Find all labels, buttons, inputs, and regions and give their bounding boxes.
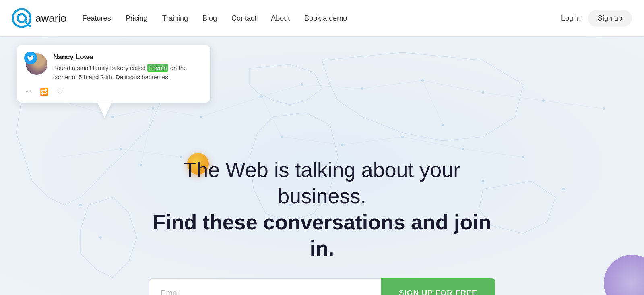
brand-name: awario: [35, 12, 66, 25]
tweet-card: Nancy Lowe Found a small family bakery c…: [17, 45, 210, 103]
svg-point-30: [421, 79, 424, 82]
nav-about[interactable]: About: [271, 14, 290, 23]
svg-point-32: [542, 99, 545, 102]
nav-links: Features Pricing Training Blog Contact A…: [83, 14, 561, 23]
tweet-highlight: Levain: [147, 64, 168, 72]
svg-point-33: [603, 107, 605, 110]
cta-button[interactable]: SIGN UP FOR FREE: [381, 278, 495, 295]
tweet-text-before: Found a small family bakery called: [53, 64, 147, 71]
hero-content: The Web is talking about your business. …: [0, 157, 644, 295]
logo-icon: [12, 8, 31, 28]
nav-training[interactable]: Training: [162, 14, 188, 23]
like-icon[interactable]: ♡: [57, 87, 63, 96]
logo[interactable]: awario: [12, 8, 66, 28]
svg-point-26: [200, 116, 202, 118]
hero-headline-line2: Find these conversations and join in.: [141, 209, 503, 262]
svg-point-34: [120, 148, 122, 150]
svg-point-42: [442, 124, 444, 126]
login-button[interactable]: Log in: [561, 14, 581, 23]
svg-point-29: [361, 87, 363, 90]
svg-point-38: [401, 136, 404, 138]
svg-point-31: [482, 91, 484, 94]
email-input[interactable]: [149, 278, 381, 295]
nav-features[interactable]: Features: [83, 14, 111, 23]
nav-book-demo[interactable]: Book a demo: [304, 14, 347, 23]
navbar: awario Features Pricing Training Blog Co…: [0, 0, 644, 36]
svg-point-39: [462, 148, 464, 150]
hero-section: Nancy Lowe Found a small family bakery c…: [0, 36, 644, 295]
svg-point-37: [341, 144, 343, 146]
svg-point-25: [152, 107, 154, 110]
tweet-user-info: Nancy Lowe Found a small family bakery c…: [53, 53, 201, 82]
tweet-content: Found a small family bakery called Levai…: [53, 64, 201, 82]
nav-blog[interactable]: Blog: [202, 14, 217, 23]
nav-contact[interactable]: Contact: [231, 14, 256, 23]
signup-button[interactable]: Sign up: [588, 10, 632, 27]
svg-point-36: [281, 136, 283, 138]
tweet-username: Nancy Lowe: [53, 53, 201, 61]
twitter-icon: [24, 52, 37, 64]
hero-headline: The Web is talking about your business. …: [141, 157, 503, 262]
signup-form: SIGN UP FOR FREE: [149, 278, 495, 295]
tweet-header: Nancy Lowe Found a small family bakery c…: [26, 53, 201, 82]
retweet-icon[interactable]: 🔁: [40, 87, 49, 96]
svg-point-27: [260, 95, 263, 98]
hero-headline-line1: The Web is talking about your business.: [184, 158, 460, 208]
nav-pricing[interactable]: Pricing: [126, 14, 148, 23]
tweet-actions: ↩ 🔁 ♡: [26, 87, 201, 96]
nav-actions: Log in Sign up: [561, 10, 632, 27]
reply-icon[interactable]: ↩: [26, 87, 32, 96]
svg-point-28: [301, 83, 303, 86]
